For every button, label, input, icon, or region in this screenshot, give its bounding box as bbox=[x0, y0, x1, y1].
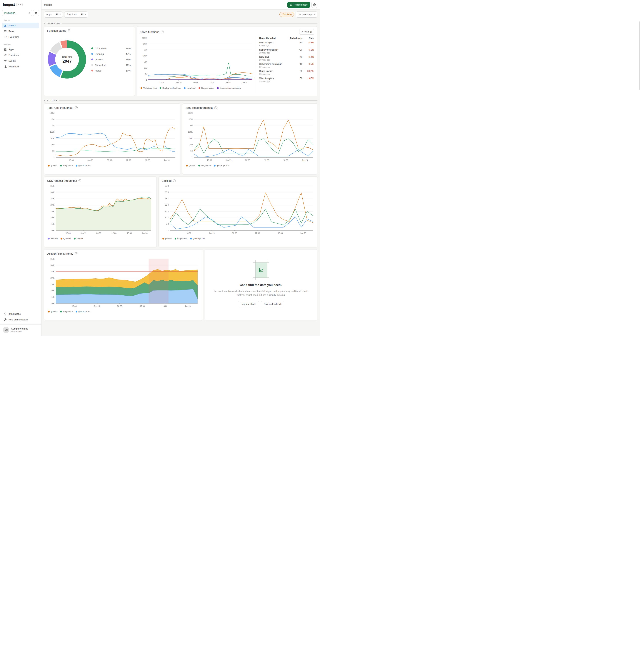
svg-text:Jun 19: Jun 19 bbox=[94, 305, 100, 307]
sdk-request-chart: 35 K30 K25 K20 K15 K10 K5 K0 K18:00Jun 1… bbox=[47, 183, 153, 237]
svg-text:100: 100 bbox=[189, 144, 193, 146]
svg-text:10: 10 bbox=[52, 150, 55, 152]
function-name: Web Analytics bbox=[259, 41, 274, 44]
legend-item: inngestbot bbox=[198, 165, 211, 167]
account-concurrency-chart: 35 K30 K25 K20 K15 K10 K5 K0 K18:00Jun 1… bbox=[47, 256, 200, 309]
settings-button[interactable] bbox=[311, 2, 317, 8]
give-feedback-button[interactable]: Give us feedback bbox=[261, 301, 285, 307]
svg-text:Jun 19: Jun 19 bbox=[81, 232, 86, 234]
environment-selector[interactable]: Production bbox=[2, 10, 32, 16]
help-tooltip-icon[interactable]: ? bbox=[78, 179, 81, 182]
sidebar-item-apps[interactable]: Apps bbox=[2, 46, 39, 52]
chart-legend: Started Queued Ended bbox=[47, 238, 154, 240]
sidebar-item-label: Integrations bbox=[9, 313, 20, 315]
help-tooltip-icon[interactable]: ? bbox=[161, 31, 163, 33]
account-menu[interactable]: CN Company name User name bbox=[2, 325, 39, 334]
failure-rate: 0.3% bbox=[302, 56, 314, 58]
sidebar-item-functions[interactable]: Functions bbox=[2, 52, 39, 58]
legend-item: github-pr-bot bbox=[190, 238, 205, 240]
chart-legend: growth inngestbot github-pr-bot bbox=[185, 165, 314, 167]
failed-function-row[interactable]: Deploy notification 10 mins ago 700 0.1% bbox=[259, 48, 314, 54]
legend-label: New lead bbox=[187, 87, 195, 89]
view-all-button[interactable]: ↗ View all bbox=[299, 29, 314, 34]
svg-text:100K: 100K bbox=[142, 55, 147, 57]
help-tooltip-icon[interactable]: ? bbox=[214, 106, 217, 109]
donut-center-value: 2047 bbox=[62, 59, 72, 64]
svg-text:15 K: 15 K bbox=[50, 283, 55, 285]
sidebar-item-help[interactable]: Help and feedback bbox=[2, 317, 39, 323]
functions-filter[interactable]: Functions All bbox=[64, 12, 88, 18]
total-runs-card: Total runs throughput ? 100M10M1M100K10K… bbox=[44, 103, 180, 174]
failed-function-row[interactable]: Onboarding campaign 22 mins ago 10 0.5% bbox=[259, 63, 314, 68]
sidebar-item-event-logs[interactable]: Event logs bbox=[2, 34, 39, 40]
section-divider bbox=[62, 23, 317, 24]
legend-dot bbox=[91, 70, 93, 71]
sidebar-divider bbox=[0, 324, 41, 325]
help-tooltip-icon[interactable]: ? bbox=[68, 29, 70, 32]
svg-text:1M: 1M bbox=[144, 49, 147, 51]
help-tooltip-icon[interactable]: ? bbox=[75, 252, 77, 255]
legend-dot bbox=[217, 87, 219, 89]
failed-function-row[interactable]: Web Analytics 5 mins ago 10 0.5% bbox=[259, 41, 314, 47]
svg-text:1: 1 bbox=[146, 79, 147, 81]
function-name: Web Analytics bbox=[259, 77, 274, 80]
nav-section-manage: Manage bbox=[4, 43, 38, 45]
failed-time: 5 mins ago bbox=[259, 44, 274, 47]
legend-dot bbox=[186, 165, 188, 167]
svg-text:18:00: 18:00 bbox=[69, 159, 74, 161]
backlog-card: Backlog ? 35 K30 K25 K20 K15 K10 K5 K0 K… bbox=[159, 176, 317, 247]
svg-text:06:00: 06:00 bbox=[107, 159, 112, 161]
help-tooltip-icon[interactable]: ? bbox=[173, 179, 176, 182]
legend-dot bbox=[61, 238, 62, 240]
svg-text:1: 1 bbox=[191, 156, 193, 159]
overview-section-header: OVERVIEW bbox=[44, 22, 317, 25]
sidebar-item-metrics[interactable]: Metrics bbox=[2, 23, 39, 28]
sidebar-item-integrations[interactable]: Integrations bbox=[2, 311, 39, 317]
svg-text:12:00: 12:00 bbox=[112, 232, 116, 234]
legend-label: inngestbot bbox=[201, 165, 211, 167]
svg-text:20 K: 20 K bbox=[50, 277, 55, 279]
svg-text:20 K: 20 K bbox=[165, 204, 169, 206]
help-tooltip-icon[interactable]: ? bbox=[75, 106, 77, 109]
svg-text:10 K: 10 K bbox=[50, 289, 55, 292]
svg-text:18:00: 18:00 bbox=[145, 159, 150, 161]
request-charts-button[interactable]: Request charts bbox=[238, 301, 259, 307]
failure-rate: 1.67% bbox=[302, 77, 314, 80]
command-k-shortcut[interactable]: ⌘ K bbox=[16, 3, 23, 6]
chart-request-illustration bbox=[256, 262, 267, 278]
legend-dot bbox=[91, 64, 93, 66]
failure-rate: 0.07% bbox=[302, 70, 314, 72]
sidebar-item-events[interactable]: Events bbox=[2, 58, 39, 64]
svg-text:18:00: 18:00 bbox=[127, 232, 132, 234]
feedback-title: Can’t find the data you need? bbox=[239, 283, 282, 287]
refresh-page-button[interactable]: Refresh page bbox=[287, 2, 310, 8]
function-status-legend: Completed 24% Running 47% Queued 15% Can… bbox=[91, 47, 132, 72]
svg-text:20 K: 20 K bbox=[50, 204, 55, 206]
time-range-select[interactable]: 24 hours ago bbox=[296, 12, 317, 18]
failed-function-row[interactable]: Stripe invoice 25 mins ago 60 0.07% bbox=[259, 70, 314, 75]
environment-filter-button[interactable] bbox=[33, 10, 39, 16]
delay-badge: 15m delay bbox=[279, 12, 294, 17]
svg-text:35 K: 35 K bbox=[50, 185, 55, 187]
sidebar-item-webhooks[interactable]: Webhooks bbox=[2, 64, 39, 70]
legend-dot bbox=[74, 238, 75, 240]
col-rate: Rate bbox=[302, 37, 314, 40]
legend-label: Ended bbox=[77, 238, 83, 240]
inngest-logo[interactable]: inngest bbox=[3, 3, 15, 7]
legend-item: Started bbox=[48, 238, 58, 240]
sidebar-item-label: Runs bbox=[9, 30, 14, 33]
collapse-triangle-icon[interactable] bbox=[44, 100, 46, 101]
failed-runs-count: 40 bbox=[288, 56, 302, 58]
legend-dot bbox=[48, 238, 49, 240]
svg-text:0 K: 0 K bbox=[52, 229, 55, 231]
chart-legend: Web Analytics Deploy notifications New l… bbox=[140, 87, 254, 89]
failed-function-row[interactable]: New lead 20 mins ago 40 0.3% bbox=[259, 56, 314, 61]
sidebar-item-label: Event logs bbox=[9, 36, 19, 38]
svg-text:35 K: 35 K bbox=[50, 258, 55, 260]
sidebar-item-runs[interactable]: Runs bbox=[2, 28, 39, 34]
legend-item: growth bbox=[48, 165, 57, 167]
apps-filter[interactable]: Apps All bbox=[44, 12, 63, 18]
sdk-request-card: SDK request throughput ? 35 K30 K25 K20 … bbox=[44, 176, 157, 247]
failed-function-row[interactable]: Web Analytics 35 mins ago 50 1.67% bbox=[259, 77, 314, 83]
collapse-triangle-icon[interactable] bbox=[44, 23, 46, 24]
